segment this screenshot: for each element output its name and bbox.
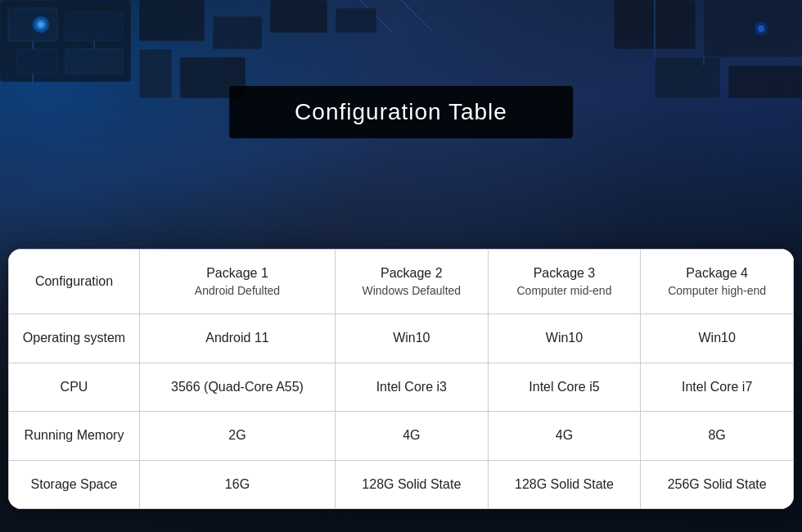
svg-rect-13 [139,0,205,41]
svg-rect-21 [270,0,327,33]
page-title: Configuration Table [295,99,507,125]
row-label-0: Operating system [9,314,140,363]
config-column-header: Configuration [9,250,140,314]
config-table: Configuration Package 1 Android Defulted… [8,249,794,509]
table-row: CPU3566 (Quad-Core A55)Intel Core i3Inte… [9,363,794,411]
page-wrapper: Configuration Table Configuration Packag… [0,0,802,532]
cell-r2-c2: 4G [488,412,641,460]
package-2-sub: Windows Defaulted [345,283,478,300]
cell-r2-c0: 2G [140,412,336,460]
cell-r3-c3: 256G Solid State [641,460,794,508]
package-2-name: Package 2 [345,264,478,282]
svg-rect-15 [139,49,172,98]
cell-r0-c0: Android 11 [140,314,336,363]
svg-point-28 [758,25,764,32]
package-1-header: Package 1 Android Defulted [140,250,336,314]
cell-r3-c1: 128G Solid State [335,460,488,508]
svg-rect-6 [65,49,123,74]
table-body: Operating systemAndroid 11Win10Win10Win1… [9,314,794,509]
svg-rect-24 [704,0,802,57]
cell-r1-c1: Intel Core i3 [335,363,488,411]
svg-rect-4 [65,12,123,41]
package-4-sub: Computer high-end [651,283,783,300]
svg-point-12 [38,22,43,27]
config-table-card: Configuration Package 1 Android Defulted… [8,249,794,509]
package-1-name: Package 1 [150,264,325,282]
title-bar: Configuration Table [229,86,573,138]
cell-r2-c3: 8G [641,412,794,460]
svg-rect-14 [213,16,262,49]
cell-r0-c2: Win10 [488,314,641,363]
cell-r1-c3: Intel Core i7 [641,363,794,411]
svg-rect-26 [728,65,802,98]
package-3-sub: Computer mid-end [498,283,631,300]
table-row: Running Memory2G4G4G8G [9,412,794,460]
package-4-header: Package 4 Computer high-end [641,250,794,314]
cell-r3-c0: 16G [140,460,336,508]
cell-r2-c1: 4G [335,412,488,460]
row-label-1: CPU [9,363,140,411]
package-3-header: Package 3 Computer mid-end [488,250,641,314]
cell-r1-c2: Intel Core i5 [488,363,641,411]
table-row: Operating systemAndroid 11Win10Win10Win1… [9,314,794,363]
cell-r1-c0: 3566 (Quad-Core A55) [140,363,336,411]
package-4-name: Package 4 [651,264,783,282]
cell-r0-c3: Win10 [641,314,794,363]
cell-r3-c2: 128G Solid State [488,460,641,508]
row-label-3: Storage Space [9,460,140,508]
table-header-row: Configuration Package 1 Android Defulted… [9,250,794,314]
package-3-name: Package 3 [498,264,631,282]
svg-rect-5 [16,49,57,74]
table-row: Storage Space16G128G Solid State128G Sol… [9,460,794,508]
svg-rect-22 [336,8,376,33]
package-1-sub: Android Defulted [150,283,325,300]
package-2-header: Package 2 Windows Defaulted [335,250,488,314]
cell-r0-c1: Win10 [335,314,488,363]
svg-rect-25 [655,57,720,98]
row-label-2: Running Memory [9,412,140,460]
